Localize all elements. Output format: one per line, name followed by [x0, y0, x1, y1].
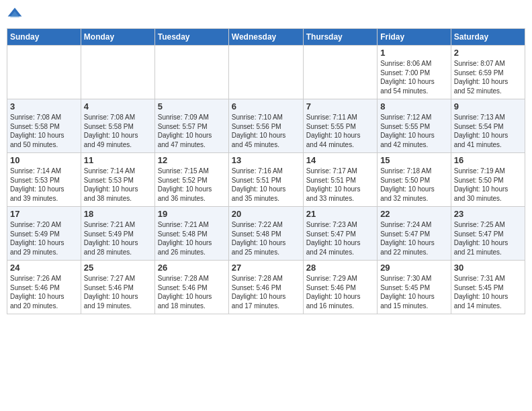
day-number: 12 — [158, 155, 226, 165]
day-cell: 22Sunrise: 7:24 AM Sunset: 5:47 PM Dayli… — [378, 207, 451, 261]
day-cell: 29Sunrise: 7:30 AM Sunset: 5:45 PM Dayli… — [378, 261, 451, 314]
day-number: 6 — [232, 101, 300, 111]
day-number: 1 — [380, 48, 448, 58]
day-cell: 12Sunrise: 7:15 AM Sunset: 5:52 PM Dayli… — [154, 153, 228, 207]
day-info: Sunrise: 7:27 AM Sunset: 5:46 PM Dayligh… — [84, 274, 152, 310]
weekday-header-tuesday: Tuesday — [154, 29, 228, 46]
day-info: Sunrise: 7:17 AM Sunset: 5:51 PM Dayligh… — [306, 167, 374, 203]
day-number: 18 — [84, 209, 152, 219]
weekday-header-friday: Friday — [378, 29, 451, 46]
day-info: Sunrise: 7:30 AM Sunset: 5:45 PM Dayligh… — [380, 274, 448, 310]
day-cell: 1Sunrise: 8:06 AM Sunset: 7:00 PM Daylig… — [378, 46, 451, 99]
day-info: Sunrise: 7:15 AM Sunset: 5:52 PM Dayligh… — [158, 167, 226, 203]
day-cell: 2Sunrise: 8:07 AM Sunset: 6:59 PM Daylig… — [451, 46, 525, 99]
day-cell — [303, 46, 377, 99]
day-cell: 21Sunrise: 7:23 AM Sunset: 5:47 PM Dayli… — [303, 207, 377, 261]
day-cell: 6Sunrise: 7:10 AM Sunset: 5:56 PM Daylig… — [228, 99, 303, 153]
day-info: Sunrise: 8:06 AM Sunset: 7:00 PM Dayligh… — [380, 59, 448, 95]
day-number: 17 — [10, 209, 78, 219]
day-info: Sunrise: 7:26 AM Sunset: 5:46 PM Dayligh… — [10, 274, 78, 310]
week-row-4: 17Sunrise: 7:20 AM Sunset: 5:49 PM Dayli… — [7, 207, 525, 261]
logo-icon — [7, 7, 23, 23]
day-cell: 5Sunrise: 7:09 AM Sunset: 5:57 PM Daylig… — [154, 99, 228, 153]
day-cell: 13Sunrise: 7:16 AM Sunset: 5:51 PM Dayli… — [228, 153, 303, 207]
day-cell: 14Sunrise: 7:17 AM Sunset: 5:51 PM Dayli… — [303, 153, 377, 207]
day-cell: 19Sunrise: 7:21 AM Sunset: 5:48 PM Dayli… — [154, 207, 228, 261]
day-info: Sunrise: 7:31 AM Sunset: 5:45 PM Dayligh… — [454, 274, 522, 310]
day-info: Sunrise: 7:20 AM Sunset: 5:49 PM Dayligh… — [10, 220, 78, 257]
day-info: Sunrise: 7:14 AM Sunset: 5:53 PM Dayligh… — [84, 167, 152, 203]
day-cell: 15Sunrise: 7:18 AM Sunset: 5:50 PM Dayli… — [378, 153, 451, 207]
day-number: 7 — [306, 101, 374, 111]
day-number: 22 — [380, 209, 448, 219]
calendar-table: SundayMondayTuesdayWednesdayThursdayFrid… — [7, 28, 525, 314]
day-cell: 26Sunrise: 7:28 AM Sunset: 5:46 PM Dayli… — [154, 261, 228, 314]
day-info: Sunrise: 7:28 AM Sunset: 5:46 PM Dayligh… — [232, 274, 300, 310]
day-number: 24 — [10, 263, 78, 273]
day-cell: 9Sunrise: 7:13 AM Sunset: 5:54 PM Daylig… — [451, 99, 525, 153]
day-number: 19 — [158, 209, 226, 219]
day-number: 11 — [84, 155, 152, 165]
day-number: 29 — [380, 263, 448, 273]
day-cell: 25Sunrise: 7:27 AM Sunset: 5:46 PM Dayli… — [81, 261, 154, 314]
day-number: 15 — [380, 155, 448, 165]
week-row-3: 10Sunrise: 7:14 AM Sunset: 5:53 PM Dayli… — [7, 153, 525, 207]
weekday-header-monday: Monday — [81, 29, 154, 46]
day-cell: 7Sunrise: 7:11 AM Sunset: 5:55 PM Daylig… — [303, 99, 377, 153]
day-number: 28 — [306, 263, 374, 273]
day-info: Sunrise: 7:16 AM Sunset: 5:51 PM Dayligh… — [232, 167, 300, 203]
day-info: Sunrise: 7:25 AM Sunset: 5:47 PM Dayligh… — [454, 220, 522, 257]
day-cell: 10Sunrise: 7:14 AM Sunset: 5:53 PM Dayli… — [7, 153, 81, 207]
day-info: Sunrise: 7:13 AM Sunset: 5:54 PM Dayligh… — [454, 113, 522, 149]
day-cell: 18Sunrise: 7:21 AM Sunset: 5:49 PM Dayli… — [81, 207, 154, 261]
day-number: 5 — [158, 101, 226, 111]
day-number: 26 — [158, 263, 226, 273]
day-info: Sunrise: 7:18 AM Sunset: 5:50 PM Dayligh… — [380, 167, 448, 203]
day-number: 2 — [454, 48, 522, 58]
day-cell: 16Sunrise: 7:19 AM Sunset: 5:50 PM Dayli… — [451, 153, 525, 207]
weekday-header-wednesday: Wednesday — [228, 29, 303, 46]
day-info: Sunrise: 7:24 AM Sunset: 5:47 PM Dayligh… — [380, 220, 448, 257]
weekday-header-row: SundayMondayTuesdayWednesdayThursdayFrid… — [7, 29, 525, 46]
day-cell — [228, 46, 303, 99]
day-info: Sunrise: 7:08 AM Sunset: 5:58 PM Dayligh… — [10, 113, 78, 149]
day-cell — [81, 46, 154, 99]
week-row-1: 1Sunrise: 8:06 AM Sunset: 7:00 PM Daylig… — [7, 46, 525, 99]
day-number: 8 — [380, 101, 448, 111]
weekday-header-sunday: Sunday — [7, 29, 81, 46]
day-info: Sunrise: 7:22 AM Sunset: 5:48 PM Dayligh… — [232, 220, 300, 257]
day-number: 21 — [306, 209, 374, 219]
day-info: Sunrise: 8:07 AM Sunset: 6:59 PM Dayligh… — [454, 59, 522, 95]
day-number: 4 — [84, 101, 152, 111]
day-number: 9 — [454, 101, 522, 111]
logo — [7, 7, 26, 23]
day-cell — [7, 46, 81, 99]
day-info: Sunrise: 7:09 AM Sunset: 5:57 PM Dayligh… — [158, 113, 226, 149]
day-cell — [154, 46, 228, 99]
day-info: Sunrise: 7:21 AM Sunset: 5:49 PM Dayligh… — [84, 220, 152, 257]
day-number: 20 — [232, 209, 300, 219]
day-cell: 27Sunrise: 7:28 AM Sunset: 5:46 PM Dayli… — [228, 261, 303, 314]
day-info: Sunrise: 7:14 AM Sunset: 5:53 PM Dayligh… — [10, 167, 78, 203]
day-info: Sunrise: 7:11 AM Sunset: 5:55 PM Dayligh… — [306, 113, 374, 149]
day-info: Sunrise: 7:28 AM Sunset: 5:46 PM Dayligh… — [158, 274, 226, 310]
page: SundayMondayTuesdayWednesdayThursdayFrid… — [0, 0, 532, 411]
day-info: Sunrise: 7:19 AM Sunset: 5:50 PM Dayligh… — [454, 167, 522, 203]
day-cell: 24Sunrise: 7:26 AM Sunset: 5:46 PM Dayli… — [7, 261, 81, 314]
weekday-header-thursday: Thursday — [303, 29, 377, 46]
day-cell: 20Sunrise: 7:22 AM Sunset: 5:48 PM Dayli… — [228, 207, 303, 261]
day-info: Sunrise: 7:29 AM Sunset: 5:46 PM Dayligh… — [306, 274, 374, 310]
day-cell: 11Sunrise: 7:14 AM Sunset: 5:53 PM Dayli… — [81, 153, 154, 207]
weekday-header-saturday: Saturday — [451, 29, 525, 46]
day-number: 27 — [232, 263, 300, 273]
day-cell: 3Sunrise: 7:08 AM Sunset: 5:58 PM Daylig… — [7, 99, 81, 153]
day-number: 30 — [454, 263, 522, 273]
day-cell: 30Sunrise: 7:31 AM Sunset: 5:45 PM Dayli… — [451, 261, 525, 314]
week-row-2: 3Sunrise: 7:08 AM Sunset: 5:58 PM Daylig… — [7, 99, 525, 153]
day-number: 23 — [454, 209, 522, 219]
day-cell: 17Sunrise: 7:20 AM Sunset: 5:49 PM Dayli… — [7, 207, 81, 261]
day-cell: 4Sunrise: 7:08 AM Sunset: 5:58 PM Daylig… — [81, 99, 154, 153]
day-info: Sunrise: 7:10 AM Sunset: 5:56 PM Dayligh… — [232, 113, 300, 149]
day-number: 25 — [84, 263, 152, 273]
week-row-5: 24Sunrise: 7:26 AM Sunset: 5:46 PM Dayli… — [7, 261, 525, 314]
